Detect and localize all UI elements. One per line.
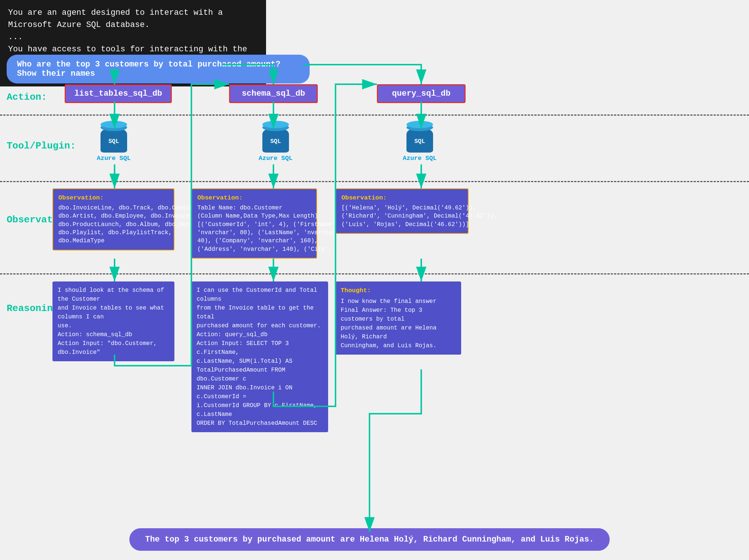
question-box: Who are the top 3 customers by total pur… [7,55,310,83]
action-box-1[interactable]: list_tables_sql_db [65,84,172,103]
action-box-3[interactable]: query_sql_db [377,84,466,103]
terminal-line-1: You are an agent designed to interact wi… [8,7,258,31]
question-text: Who are the top 3 customers by total pur… [17,60,280,78]
reason-box-1: I should look at the schema of the Custo… [52,281,174,361]
reason-box-2: I can use the CustomerId and Total colum… [191,281,328,432]
label-action: Action: [7,92,47,103]
sql-icon-3: SQL Azure SQL [403,127,437,162]
obs-box-3: Observation: [('Helena', 'Holý', Decimal… [336,188,469,234]
action-box-2[interactable]: schema_sql_db [229,84,318,103]
obs-box-1: Observation: dbo.InvoiceLine, dbo.Track,… [52,188,174,250]
diagram-area: You are an agent designed to interact wi… [0,0,749,560]
divider-1 [0,115,749,116]
divider-2 [0,181,749,182]
label-tool: Tool/Plugin: [7,140,76,151]
final-answer-box: The top 3 customers by purchased amount … [129,528,610,551]
sql-icon-2: SQL Azure SQL [259,127,293,162]
sql-icon-1: SQL Azure SQL [97,127,131,162]
terminal-line-2: ... [8,31,258,43]
reason-box-3: Thought: I now know the final answer Fin… [336,281,461,355]
divider-3 [0,273,749,274]
obs-box-2: Observation: Table Name: dbo.Customer (C… [191,188,317,259]
